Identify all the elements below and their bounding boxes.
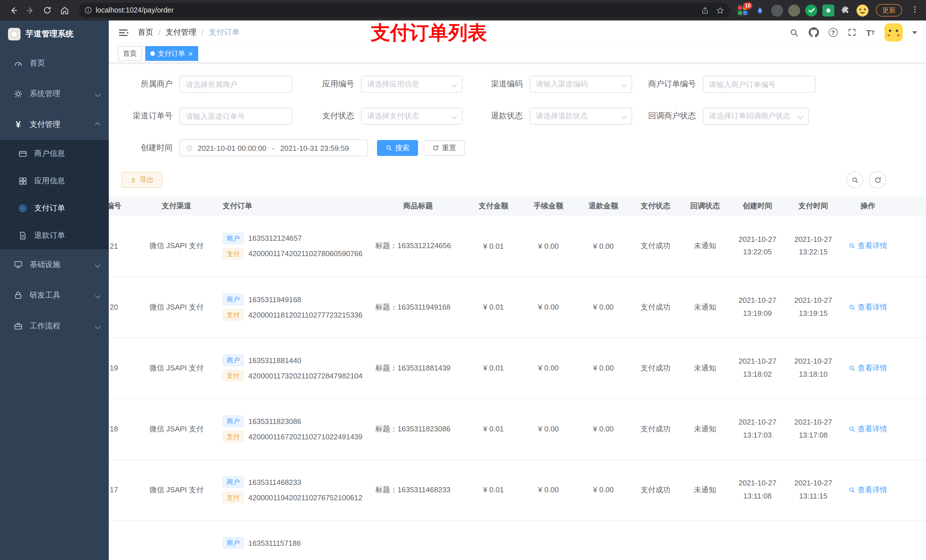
merchant-order-no: 1635312124657 [248, 234, 302, 243]
cell-created: 2021-10-2713:11:08 [729, 459, 785, 520]
sidebar-item-infra[interactable]: 基础设施 [0, 249, 109, 280]
extension-check-icon[interactable] [805, 4, 817, 16]
pay-tag: 支付 [223, 309, 244, 320]
sidebar-item-refund-order[interactable]: 退款订单 [0, 222, 109, 249]
tab-pay-order[interactable]: 支付订单 × [145, 46, 198, 61]
main-area: 首页 / 支付管理 / 支付订单 支付订单列表 ? TT [109, 21, 926, 560]
cell-status: 支付成功 [631, 398, 681, 459]
view-detail-link[interactable]: 查看详情 [849, 485, 887, 495]
cell-amount: ¥ 0.01 [466, 459, 520, 520]
sidebar-item-pay-order[interactable]: 支付订单 [0, 195, 109, 222]
sidebar-item-payment[interactable]: ¥ 支付管理 [0, 109, 109, 140]
toggle-search-button[interactable] [846, 171, 863, 189]
date-range-picker[interactable]: 2021-10-01 00:00:00 - 2021-10-31 23:59:5… [179, 139, 368, 157]
col-id: 编号 [109, 196, 136, 216]
tab-home[interactable]: 首页 [118, 46, 142, 61]
filter-create-time: 创建时间 2021-10-01 00:00:00 - 2021-10-31 23… [121, 139, 368, 157]
sidebar-item-system[interactable]: 系统管理 [0, 78, 109, 109]
extension-drop-icon[interactable] [754, 4, 766, 16]
close-icon[interactable]: × [189, 50, 193, 57]
cell-status: 支付成功 [631, 338, 681, 398]
share-icon[interactable] [701, 6, 709, 15]
search-icon[interactable] [789, 27, 799, 37]
fullscreen-icon[interactable] [847, 28, 856, 37]
cell-channel: 微信 JSAPI 支付 [136, 216, 217, 276]
app-id-select[interactable]: 请选择应用信息 [361, 76, 462, 93]
cell-title: 标题：1635311468233 [369, 459, 466, 520]
sidebar-item-home[interactable]: 首页 [0, 48, 109, 78]
breadcrumb-payment[interactable]: 支付管理 [166, 27, 197, 38]
cell-id: 17 [109, 459, 136, 520]
cell-order: 商户1635311949168 支付4200001181202110277723… [217, 276, 369, 338]
merchant-order-no: 1635311823086 [248, 417, 301, 426]
cell-channel: 微信 JSAPI 支付 [136, 338, 217, 398]
address-bar[interactable]: localhost:1024/pay/order [79, 3, 730, 18]
site-info-icon[interactable] [84, 6, 92, 14]
user-avatar[interactable] [884, 23, 903, 42]
forward-icon[interactable] [23, 3, 38, 18]
cell-title: 标题：1635312124656 [369, 216, 466, 276]
channel-order-no-input[interactable] [179, 107, 292, 125]
browser-toolbar: localhost:1024/pay/order 10 [0, 0, 926, 21]
sidebar-item-merchant-info[interactable]: 商户信息 [0, 140, 109, 167]
filter-merchant: 所属商户 [121, 76, 292, 93]
cell-created: 2021-10-2713:22:05 [729, 216, 785, 276]
search-button[interactable]: 搜索 [377, 140, 418, 156]
sidebar-item-devtools[interactable]: 研发工具 [0, 280, 109, 311]
back-icon[interactable] [6, 3, 21, 18]
caret-down-icon[interactable] [912, 31, 917, 34]
sidebar-item-workflow[interactable]: 工作流程 [0, 311, 109, 341]
browser-update-button[interactable]: 更新 [876, 4, 902, 17]
export-button[interactable]: 导出 [121, 172, 162, 188]
channel-order-no: 4200001181202110277723215336 [248, 311, 363, 319]
browser-profile-avatar[interactable] [856, 4, 869, 16]
view-detail-link[interactable]: 查看详情 [849, 424, 887, 434]
notify-status-select[interactable]: 请选择订单回调商户状态 [703, 107, 809, 125]
extension-dark-circle-icon[interactable] [771, 4, 783, 16]
app-title: 芋道管理系统 [26, 29, 73, 39]
chevron-down-icon [451, 82, 457, 87]
refund-status-select[interactable]: 请选择退款状态 [530, 107, 632, 125]
breadcrumb-home[interactable]: 首页 [138, 27, 153, 38]
date-start: 2021-10-01 00:00:00 [198, 144, 266, 152]
col-spacer [895, 196, 926, 216]
active-dot-icon [150, 51, 155, 56]
browser-menu-icon[interactable] [911, 5, 919, 16]
breadcrumb-current: 支付订单 [209, 27, 239, 38]
help-icon[interactable]: ? [828, 28, 837, 37]
pay-tag: 支付 [223, 492, 244, 503]
cell-order: 商户1635312124657 支付4200001174202110278060… [217, 216, 369, 276]
home-icon[interactable] [57, 3, 72, 18]
channel-code-select[interactable]: 请输入渠道编码 [530, 76, 632, 93]
cell-notify: 未通知 [681, 459, 729, 520]
pay-tag: 支付 [223, 431, 244, 442]
github-icon[interactable] [808, 27, 819, 38]
merchant-order-no-input[interactable] [703, 76, 816, 93]
filter-channel-code: 渠道编码 请输入渠道编码 [472, 76, 632, 93]
merchant-input[interactable] [179, 76, 292, 93]
cell-fee: ¥ 0.00 [520, 276, 576, 338]
cell-paid: 2021-10-2713:17:08 [785, 398, 841, 459]
filter-notify-status: 回调商户状态 请选择订单回调商户状态 [645, 107, 809, 125]
cell-order: 商户1635311881440 支付4200001173202110272847… [217, 338, 369, 398]
filter-app-id: 应用编号 请选择应用信息 [303, 76, 462, 93]
card-icon [18, 149, 27, 158]
extension-green-square-icon[interactable] [822, 4, 834, 16]
extension-colorful-icon[interactable]: 10 [737, 4, 749, 16]
sidebar-item-app-info[interactable]: 应用信息 [0, 167, 109, 195]
view-detail-link[interactable]: 查看详情 [849, 363, 887, 373]
payment-submenu: 商户信息 应用信息 支付订单 退款订单 [0, 140, 109, 249]
extension-olive-circle-icon[interactable] [788, 4, 800, 16]
hamburger-icon[interactable] [118, 27, 129, 38]
view-detail-link[interactable]: 查看详情 [849, 302, 887, 312]
extensions-puzzle-icon[interactable] [840, 4, 851, 16]
merchant-order-no: 1635311881440 [248, 356, 301, 365]
pay-status-select[interactable]: 请选择支付状态 [361, 107, 462, 125]
font-size-icon[interactable]: TT [866, 28, 875, 37]
refresh-button[interactable] [869, 171, 886, 189]
reset-button[interactable]: 重置 [424, 140, 465, 156]
bookmark-star-icon[interactable] [716, 6, 725, 15]
cell-id [109, 520, 136, 560]
view-detail-link[interactable]: 查看详情 [849, 241, 887, 251]
reload-icon[interactable] [40, 3, 54, 18]
